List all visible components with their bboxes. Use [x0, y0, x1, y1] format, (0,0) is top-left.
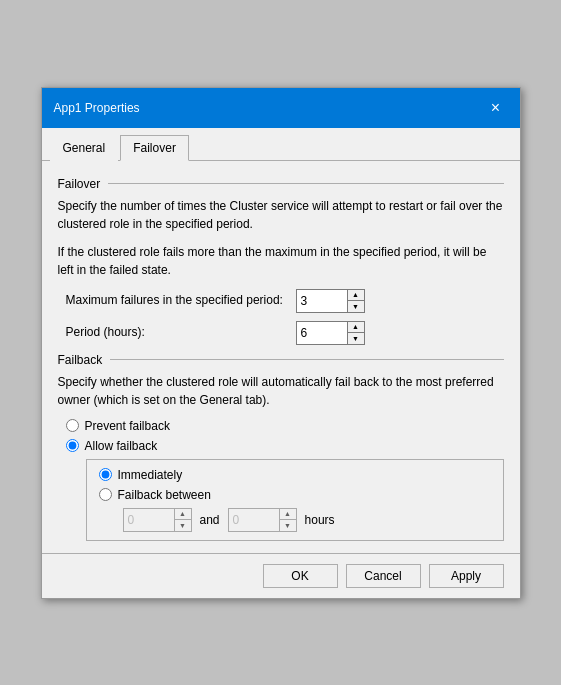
- max-failures-label: Maximum failures in the specified period…: [66, 292, 296, 309]
- failover-divider: [108, 183, 503, 184]
- failback-section-header: Failback: [58, 353, 504, 367]
- tab-bar: General Failover: [42, 128, 520, 161]
- tab-content: Failover Specify the number of times the…: [42, 161, 520, 553]
- immediately-radio[interactable]: [99, 468, 112, 481]
- failback-section-title: Failback: [58, 353, 103, 367]
- max-failures-row: Maximum failures in the specified period…: [58, 289, 504, 313]
- failback-from-spincontrol: ▲ ▼: [123, 508, 192, 532]
- max-failures-spin-down[interactable]: ▼: [348, 301, 364, 312]
- failover-section-title: Failover: [58, 177, 101, 191]
- failback-between-radio[interactable]: [99, 488, 112, 501]
- failback-radio-group: Prevent failback Allow failback Immediat…: [58, 419, 504, 541]
- immediately-label[interactable]: Immediately: [118, 468, 183, 482]
- failback-to-input[interactable]: [229, 509, 279, 531]
- hours-label: hours: [305, 513, 335, 527]
- period-spin-up[interactable]: ▲: [348, 322, 364, 333]
- ok-button[interactable]: OK: [263, 564, 338, 588]
- title-bar: App1 Properties ×: [42, 88, 520, 128]
- footer: OK Cancel Apply: [42, 553, 520, 598]
- period-label: Period (hours):: [66, 324, 296, 341]
- failback-from-spin-down[interactable]: ▼: [175, 520, 191, 531]
- allow-failback-radio[interactable]: [66, 439, 79, 452]
- max-failures-spin-up[interactable]: ▲: [348, 290, 364, 301]
- failback-from-spin-buttons: ▲ ▼: [174, 509, 191, 531]
- failback-between-row: Failback between: [99, 488, 491, 502]
- failback-from-spin-up[interactable]: ▲: [175, 509, 191, 520]
- failover-desc2: If the clustered role fails more than th…: [58, 243, 504, 279]
- prevent-failback-radio[interactable]: [66, 419, 79, 432]
- failback-to-spin-up[interactable]: ▲: [280, 509, 296, 520]
- max-failures-spincontrol: ▲ ▼: [296, 289, 365, 313]
- failover-desc1: Specify the number of times the Cluster …: [58, 197, 504, 233]
- tab-general[interactable]: General: [50, 135, 119, 161]
- period-spincontrol: ▲ ▼: [296, 321, 365, 345]
- failback-between-label[interactable]: Failback between: [118, 488, 211, 502]
- failback-to-spin-down[interactable]: ▼: [280, 520, 296, 531]
- close-button[interactable]: ×: [484, 96, 508, 120]
- failback-from-input[interactable]: [124, 509, 174, 531]
- max-failures-input[interactable]: [297, 290, 347, 312]
- prevent-failback-row: Prevent failback: [66, 419, 504, 433]
- prevent-failback-label[interactable]: Prevent failback: [85, 419, 170, 433]
- dialog-title: App1 Properties: [54, 101, 140, 115]
- allow-failback-box: Immediately Failback between ▲ ▼: [86, 459, 504, 541]
- allow-failback-label[interactable]: Allow failback: [85, 439, 158, 453]
- cancel-button[interactable]: Cancel: [346, 564, 421, 588]
- and-label: and: [200, 513, 220, 527]
- failback-divider: [110, 359, 503, 360]
- period-spin-down[interactable]: ▼: [348, 333, 364, 344]
- period-input[interactable]: [297, 322, 347, 344]
- failback-desc: Specify whether the clustered role will …: [58, 373, 504, 409]
- immediately-row: Immediately: [99, 468, 491, 482]
- period-spin-buttons: ▲ ▼: [347, 322, 364, 344]
- period-row: Period (hours): ▲ ▼: [58, 321, 504, 345]
- failback-section: Failback Specify whether the clustered r…: [58, 353, 504, 541]
- failback-between-inputs: ▲ ▼ and ▲ ▼ hours: [123, 508, 491, 532]
- failover-section-header: Failover: [58, 177, 504, 191]
- failback-to-spin-buttons: ▲ ▼: [279, 509, 296, 531]
- allow-failback-row: Allow failback: [66, 439, 504, 453]
- failback-to-spincontrol: ▲ ▼: [228, 508, 297, 532]
- tab-failover[interactable]: Failover: [120, 135, 189, 161]
- dialog: App1 Properties × General Failover Failo…: [41, 87, 521, 599]
- apply-button[interactable]: Apply: [429, 564, 504, 588]
- max-failures-spin-buttons: ▲ ▼: [347, 290, 364, 312]
